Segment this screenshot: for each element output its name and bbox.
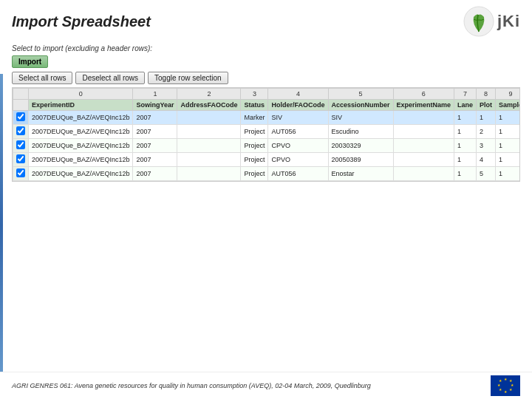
table-cell: 20030329 [328, 139, 393, 153]
col-number-1: 1 [133, 89, 177, 100]
table-row: 2007DEUQue_BAZ/AVEQInc12b2007ProjectAUT0… [13, 167, 521, 181]
col-number-0: 0 [29, 89, 133, 100]
row-checkbox[interactable] [16, 140, 25, 149]
col-field-2: SowingYear [133, 100, 177, 111]
table-cell [393, 139, 454, 153]
col-field-4: Status [241, 100, 268, 111]
row-checkbox-cell[interactable] [13, 153, 29, 167]
table-cell: 1 [496, 125, 520, 139]
table-cell: 2007DEUQue_BAZ/AVEQInc12b [29, 139, 133, 153]
table-cell: 2007DEUQue_BAZ/AVEQInc12b [29, 125, 133, 139]
import-button[interactable]: Import [12, 55, 48, 68]
col-field-5: Holder/FAOCode [268, 100, 328, 111]
row-selection-toolbar: Select all rows Deselect all rows Toggle… [12, 72, 520, 84]
row-checkbox[interactable] [16, 126, 25, 135]
col-number-5: 5 [328, 89, 393, 100]
table-cell: 1 [454, 111, 477, 125]
table-cell: 1 [454, 167, 477, 181]
table-cell: 2007DEUQue_BAZ/AVEQInc12b [29, 111, 133, 125]
col-field-9: Plot [477, 100, 496, 111]
table-cell: 3 [477, 139, 496, 153]
table-cell: 1 [454, 153, 477, 167]
eu-flag-icon: ★ ★ ★ ★ ★ ★ ★ ★ [491, 375, 520, 396]
table-cell: 1 [496, 111, 520, 125]
row-checkbox-cell[interactable] [13, 111, 29, 125]
checkbox-col-header [13, 89, 29, 100]
table-cell: Project [241, 139, 268, 153]
footer: AGRI GENRES 061: Avena genetic resources… [0, 372, 532, 399]
table-cell: 2 [477, 125, 496, 139]
table-cell: CPVO [268, 153, 328, 167]
table-cell: AUT056 [268, 125, 328, 139]
row-checkbox[interactable] [16, 168, 25, 177]
col-field-10: Sample [496, 100, 520, 111]
table-cell: 2007 [133, 153, 177, 167]
deselect-all-button[interactable]: Deselect all rows [75, 72, 145, 84]
col-field-6: AccessionNumber [328, 100, 393, 111]
table-cell [177, 125, 241, 139]
table-cell: Project [241, 153, 268, 167]
data-table-container[interactable]: 012345678910111213 ExperimentIDSowingYea… [12, 87, 520, 182]
jki-logo-icon [463, 6, 494, 37]
toggle-selection-button[interactable]: Toggle row selection [148, 72, 228, 84]
checkbox-field-header [13, 100, 29, 111]
section-label: Select to import (excluding a header row… [12, 44, 520, 52]
table-cell: Enostar [328, 167, 393, 181]
table-cell: CPVO [268, 139, 328, 153]
table-cell [177, 153, 241, 167]
jki-logo: jKi [463, 6, 520, 37]
table-cell [393, 167, 454, 181]
col-field-7: ExperimentName [393, 100, 454, 111]
table-row: 2007DEUQue_BAZ/AVEQInc12b2007ProjectCPVO… [13, 153, 521, 167]
footer-text: AGRI GENRES 061: Avena genetic resources… [12, 382, 371, 389]
table-cell: 2007 [133, 111, 177, 125]
table-cell: 2007DEUQue_BAZ/AVEQInc12b [29, 153, 133, 167]
col-field-8: Lane [454, 100, 477, 111]
table-row: 2007DEUQue_BAZ/AVEQInc12b2007ProjectCPVO… [13, 139, 521, 153]
table-cell: Marker [241, 111, 268, 125]
select-all-button[interactable]: Select all rows [12, 72, 72, 84]
table-cell [393, 153, 454, 167]
row-checkbox-cell[interactable] [13, 139, 29, 153]
header: Import Spreadsheet jKi [0, 0, 532, 40]
table-cell: 5 [477, 167, 496, 181]
import-table: 012345678910111213 ExperimentIDSowingYea… [13, 88, 520, 181]
row-checkbox[interactable] [16, 154, 25, 163]
table-cell [177, 139, 241, 153]
table-cell: 1 [496, 167, 520, 181]
table-cell: 1 [496, 139, 520, 153]
table-cell: 2007DEUQue_BAZ/AVEQInc12b [29, 167, 133, 181]
col-number-6: 6 [393, 89, 454, 100]
column-numbers-row: 012345678910111213 [13, 89, 521, 100]
table-cell: 2007 [133, 167, 177, 181]
row-checkbox-cell[interactable] [13, 167, 29, 181]
left-accent-bar [0, 74, 3, 377]
table-cell [177, 167, 241, 181]
row-checkbox[interactable] [16, 112, 25, 121]
col-field-1: ExperimentID [29, 100, 133, 111]
table-cell: Project [241, 125, 268, 139]
jki-text: jKi [497, 12, 520, 31]
table-cell: 1 [454, 125, 477, 139]
table-cell: SIV [328, 111, 393, 125]
table-cell: 20050389 [328, 153, 393, 167]
col-number-2: 2 [177, 89, 241, 100]
table-row: 2007DEUQue_BAZ/AVEQInc12b2007MarkerSIVSI… [13, 111, 521, 125]
table-cell: Project [241, 167, 268, 181]
table-cell: 2007 [133, 125, 177, 139]
table-cell [393, 111, 454, 125]
col-number-8: 8 [477, 89, 496, 100]
table-cell: 1 [477, 111, 496, 125]
table-cell: 1 [454, 139, 477, 153]
col-number-9: 9 [496, 89, 520, 100]
main-content: Select to import (excluding a header row… [0, 40, 532, 186]
table-cell [177, 111, 241, 125]
row-checkbox-cell[interactable] [13, 125, 29, 139]
table-cell: 4 [477, 153, 496, 167]
col-number-4: 4 [268, 89, 328, 100]
table-cell: 2007 [133, 139, 177, 153]
col-number-7: 7 [454, 89, 477, 100]
table-body: 2007DEUQue_BAZ/AVEQInc12b2007MarkerSIVSI… [13, 111, 521, 181]
table-cell [393, 125, 454, 139]
table-cell: 1 [496, 153, 520, 167]
